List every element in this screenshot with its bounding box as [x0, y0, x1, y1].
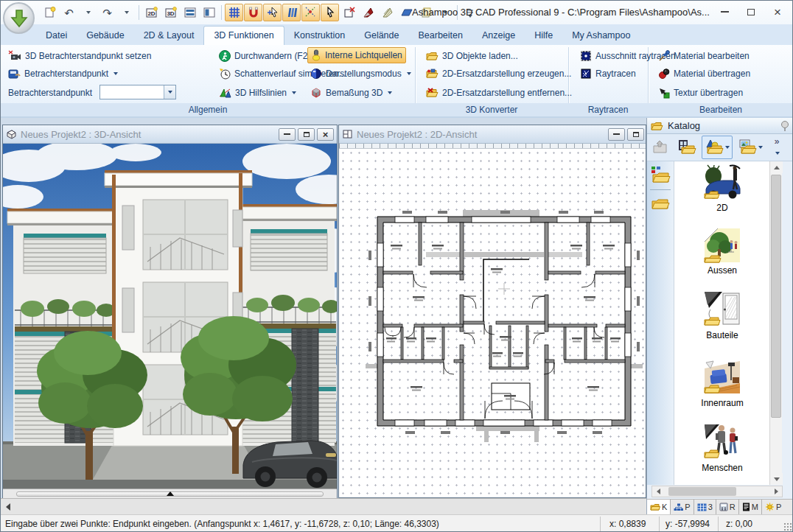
scroll-left-button[interactable]	[652, 489, 664, 494]
edit-material-button[interactable]: Material bearbeiten	[655, 48, 752, 64]
transfer-material-button[interactable]: Material übertragen	[655, 66, 753, 82]
new-note-button[interactable]	[41, 4, 59, 21]
tab-hilfe[interactable]: Hilfe	[525, 27, 562, 45]
scrollbar-thumb[interactable]	[771, 175, 781, 418]
scroll-left-button[interactable]	[1, 499, 15, 514]
undo-button[interactable]: ↶	[60, 4, 78, 21]
load-3d-objects-button[interactable]: 3D Objekte laden...	[422, 48, 521, 64]
toolbar-menu-button[interactable]	[771, 148, 783, 158]
tab-datei[interactable]: Datei	[36, 27, 77, 45]
minimize-button[interactable]	[279, 128, 296, 141]
katalog-item-2d-icon[interactable]	[703, 164, 741, 201]
toolbar-overflow-button[interactable]: »	[769, 136, 784, 147]
viewpoint-menu-button[interactable]: Betrachterstandpunkt	[5, 66, 121, 82]
tab-gebaeude[interactable]: Gebäude	[77, 27, 133, 45]
katalog-vertical-scrollbar[interactable]	[769, 161, 782, 485]
parallel-lines-button[interactable]	[282, 4, 301, 21]
combobox-dropdown-button[interactable]	[164, 85, 175, 99]
3d-render-viewport[interactable]	[3, 144, 337, 489]
katalog-item-innenraum-icon[interactable]	[703, 358, 741, 395]
katalog-item-innenraum-label[interactable]: Innenraum	[674, 398, 770, 408]
workspace-horizontal-scrollbar[interactable]	[1, 498, 646, 514]
tab-anzeige[interactable]: Anzeige	[472, 27, 525, 45]
hatch-flag-button[interactable]	[378, 4, 396, 21]
close-button[interactable]: ×	[317, 128, 334, 141]
slider-handle-icon[interactable]	[167, 491, 174, 496]
cursor-select-button[interactable]	[321, 4, 339, 21]
undo-dropdown[interactable]	[79, 4, 97, 21]
maximize-button[interactable]	[738, 2, 764, 21]
scroll-down-button[interactable]	[770, 473, 783, 485]
dimension-3d-button[interactable]: Bemaßung 3D	[307, 85, 395, 101]
tab-konstruktion[interactable]: Konstruktion	[284, 27, 354, 45]
katalog-item-menschen-label[interactable]: Menschen	[674, 463, 770, 473]
tab-katalog[interactable]: K	[647, 500, 671, 514]
window-3d-view[interactable]: Neues Projekt2 : 3D-Ansicht ×	[2, 125, 338, 498]
tab-plugins[interactable]: P	[762, 500, 784, 514]
scroll-up-button[interactable]	[770, 161, 783, 173]
restore-button[interactable]	[298, 128, 315, 141]
application-menu-button[interactable]	[3, 2, 35, 34]
tab-2d-layout[interactable]: 2D & Layout	[134, 27, 204, 45]
tab-3d-funktionen[interactable]: 3D Funktionen	[203, 26, 284, 45]
redo-dropdown[interactable]	[117, 4, 136, 21]
remove-2d-replacement-button[interactable]: 2D-Ersatzdarstellung entfernen...	[422, 85, 575, 101]
close-button[interactable]: ×	[764, 2, 791, 21]
3d-walkthrough-slider[interactable]	[3, 489, 337, 498]
katalog-item-list[interactable]: 2D Aussen	[674, 161, 769, 485]
transfer-texture-button[interactable]: Textur übertragen	[655, 85, 746, 101]
katalog-item-aussen-label[interactable]: Aussen	[674, 265, 770, 276]
tab-rechner[interactable]: R	[716, 500, 739, 514]
katalog-item-menschen-icon[interactable]	[703, 423, 741, 460]
minimize-button[interactable]	[711, 2, 738, 21]
catalog-windows-button[interactable]	[674, 136, 699, 159]
minimize-button[interactable]	[608, 128, 625, 141]
internal-lights-toggle[interactable]: Interne Lichtquellen	[307, 47, 406, 63]
pin-icon[interactable]	[779, 120, 791, 132]
redo-button[interactable]: ↷	[98, 4, 116, 21]
set-3d-viewpoint-button[interactable]: 3D Betrachterstandpunkt setzen	[5, 48, 154, 64]
snap-magnet-button[interactable]	[244, 4, 262, 21]
katalog-item-bauteile-icon[interactable]	[703, 290, 741, 327]
viewpoint-combobox[interactable]	[99, 85, 176, 99]
3d-window-titlebar[interactable]: Neues Projekt2 : 3D-Ansicht ×	[3, 125, 337, 144]
raytrace-button[interactable]: Raytracen	[577, 66, 639, 82]
katalog-item-2d-label[interactable]: 2D	[674, 203, 770, 213]
scroll-right-button[interactable]	[770, 489, 782, 494]
katalog-horizontal-scrollbar[interactable]	[651, 486, 783, 497]
tab-3d-grid[interactable]: 3	[694, 500, 716, 514]
katalog-item-bauteile-label[interactable]: Bauteile	[674, 330, 770, 340]
tab-projekt[interactable]: P	[671, 500, 694, 514]
display-mode-button[interactable]: Darstellungsmodus	[307, 66, 414, 82]
grid-toggle-button[interactable]	[225, 4, 243, 21]
2d-plan-viewport[interactable]	[339, 149, 646, 497]
catalog-objects-button[interactable]	[702, 136, 733, 159]
tab-bearbeiten[interactable]: Bearbeiten	[408, 27, 472, 45]
folder-up-button[interactable]	[649, 136, 671, 158]
red-flag-button[interactable]	[359, 4, 377, 21]
select-add-button[interactable]	[263, 4, 282, 21]
split-horizontal-button[interactable]	[181, 4, 199, 21]
tab-my-ashampoo[interactable]: My Ashampoo	[562, 27, 640, 45]
catalog-textures-button[interactable]	[735, 136, 766, 159]
2d-window-titlebar[interactable]: Neues Projekt2 : 2D-Ansicht ×	[339, 125, 646, 144]
tab-gelaende[interactable]: Gelände	[354, 27, 408, 45]
view-3d-button[interactable]: 3D	[161, 4, 180, 21]
tab-makros[interactable]: M	[739, 500, 762, 514]
scrollbar-thumb[interactable]	[668, 487, 736, 496]
katalog-item-aussen-icon[interactable]	[703, 227, 741, 264]
split-vertical-button[interactable]	[200, 4, 218, 21]
restore-button[interactable]	[627, 128, 644, 141]
crop-frame-button[interactable]	[340, 4, 358, 21]
walkthrough-button[interactable]: Durchwandern (F2)	[216, 48, 313, 64]
catalog-plain-folder-icon[interactable]	[651, 195, 670, 211]
window-2d-view[interactable]: Neues Projekt2 : 2D-Ansicht ×	[338, 125, 646, 498]
create-2d-replacement-button[interactable]: 2D-Ersatzdarstellung erzeugen...	[422, 66, 574, 82]
axes-helper-button[interactable]	[301, 4, 320, 21]
viewpoint-combobox-value[interactable]	[100, 85, 164, 99]
catalog-multi-folder-icon[interactable]	[650, 166, 671, 185]
helplines-3d-button[interactable]: 3D Hilfslinien	[216, 85, 299, 101]
view-2d-button[interactable]: 2D	[142, 4, 161, 21]
katalog-header[interactable]: Katalog	[647, 118, 793, 134]
resize-grip[interactable]	[783, 522, 792, 531]
